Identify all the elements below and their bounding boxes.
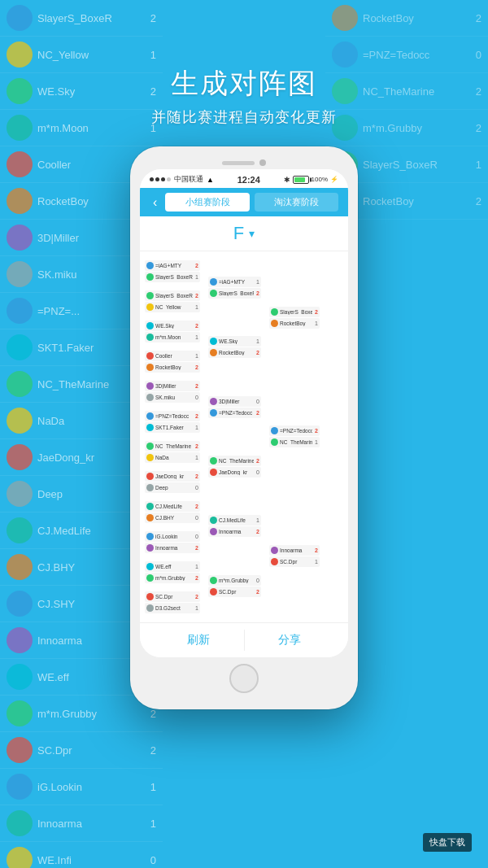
signal-dot-4 bbox=[167, 177, 171, 181]
bracket-player: m*m.Moon1 bbox=[145, 332, 200, 342]
bracket-player: m*m.Grubby0 bbox=[208, 575, 261, 586]
phone-top bbox=[140, 156, 348, 169]
promo-subtitle: 并随比赛进程自动变化更新 bbox=[0, 107, 488, 127]
bracket-player: m*m.Grubby2 bbox=[145, 573, 200, 583]
phone-camera bbox=[259, 159, 266, 166]
signal-dot-2 bbox=[155, 177, 159, 181]
tab-group-stage[interactable]: 小组赛阶段 bbox=[165, 193, 249, 212]
phone-mockup: 中国联通 ▲ 12:24 ✱ 100% ⚡ ‹ 小组赛阶段 淘汰赛阶段 bbox=[130, 146, 358, 709]
bracket-player: =PNZ=Tedocc2 bbox=[145, 411, 200, 421]
bg-player-item: iG.Lookin 1 bbox=[0, 769, 163, 805]
bluetooth-icon: ✱ bbox=[284, 176, 290, 184]
bracket-player: NaDa1 bbox=[145, 452, 200, 463]
bracket-player: =PNZ=Tedocc2 bbox=[208, 408, 261, 418]
bracket-match: m*m.Grubby0SC.Dpr2 bbox=[208, 575, 261, 597]
bracket-match: Cooller1RocketBoy2 bbox=[145, 350, 200, 373]
home-button[interactable] bbox=[229, 664, 259, 693]
carrier-label: 中国联通 bbox=[174, 174, 203, 185]
bracket-player: SlayerS_BoxeR2 bbox=[269, 307, 320, 317]
group-letter: F bbox=[233, 223, 244, 244]
bracket-player: WE.Sky1 bbox=[208, 336, 261, 347]
bracket-player: CJ.MedLife2 bbox=[145, 501, 200, 512]
bracket-player: CJ.BHY0 bbox=[145, 513, 200, 523]
bracket-player: CJ.MedLife1 bbox=[208, 515, 261, 526]
bracket-match: SlayerS_BoxeR2RocketBoy1 bbox=[269, 307, 320, 329]
group-header: F ▾ bbox=[140, 216, 348, 251]
phone-speaker bbox=[222, 161, 255, 165]
bracket-player: NC_TheMarine2 bbox=[145, 441, 200, 451]
signal-dot-3 bbox=[161, 177, 165, 181]
bracket-player: NC_TheMarine2 bbox=[208, 456, 261, 466]
bracket-match: =iAG+MTY1SlayerS_BoxeR2 bbox=[208, 277, 261, 299]
bracket-player: D3.G2sect1 bbox=[145, 603, 200, 613]
bracket-player: NC_TheMarine1 bbox=[269, 437, 320, 447]
bracket-player: SC.Dpr1 bbox=[269, 556, 320, 567]
bracket-match: =PNZ=Tedocc2SKT1.Faker1 bbox=[145, 410, 200, 434]
bracket-match: =iAG+MTY2SlayerS_BoxeR1 bbox=[145, 260, 200, 283]
bracket-player: 3D|Miller2 bbox=[145, 381, 200, 391]
bracket-content: =iAG+MTY2SlayerS_BoxeR1SlayerS_BoxeR2NC_… bbox=[140, 251, 348, 622]
bracket-match: NC_TheMarine2JaeDong_kr0 bbox=[208, 456, 261, 478]
bracket-match: NC_TheMarine2NaDa1 bbox=[145, 440, 200, 464]
bracket-player: JaeDong_kr2 bbox=[145, 471, 200, 482]
bracket-match: CJ.MedLife1Innoarma2 bbox=[208, 515, 261, 537]
bracket-player: Cooller1 bbox=[145, 351, 200, 361]
bracket-player: SK.miku0 bbox=[145, 392, 200, 403]
bracket-col-1: =iAG+MTY2SlayerS_BoxeR1SlayerS_BoxeR2NC_… bbox=[145, 258, 200, 616]
bracket-player: WE.eff1 bbox=[145, 561, 200, 572]
bracket-match: CJ.MedLife2CJ.BHY0 bbox=[145, 500, 200, 524]
bracket-col-2: =iAG+MTY1SlayerS_BoxeR2WE.Sky1RocketBoy2… bbox=[208, 258, 261, 616]
share-button[interactable]: 分享 bbox=[245, 630, 336, 651]
bracket-match: WE.Sky1RocketBoy2 bbox=[208, 336, 261, 358]
promo-title: 生成对阵图 bbox=[0, 65, 488, 103]
bracket-player: =iAG+MTY1 bbox=[208, 277, 261, 287]
status-time: 12:24 bbox=[237, 175, 260, 185]
signal-indicator: 中国联通 ▲ bbox=[150, 174, 214, 185]
watermark: 快盘下载 bbox=[423, 833, 472, 852]
bracket-player: SKT1.Faker1 bbox=[145, 422, 200, 433]
bracket-player: 3D|Miller0 bbox=[208, 396, 261, 407]
bracket-match: SlayerS_BoxeR2NC_Yellow1 bbox=[145, 290, 200, 313]
bracket-player: RocketBoy1 bbox=[269, 318, 320, 329]
bracket-match: =PNZ=Tedocc2NC_TheMarine1 bbox=[269, 425, 320, 447]
bracket-match: JaeDong_kr2Deep0 bbox=[145, 470, 200, 494]
back-button[interactable]: ‹ bbox=[150, 194, 160, 212]
bracket-player: NC_Yellow1 bbox=[145, 302, 200, 312]
bracket-player: Innoarma2 bbox=[208, 526, 261, 537]
bracket-player: RocketBoy2 bbox=[145, 362, 200, 373]
phone-screen: 中国联通 ▲ 12:24 ✱ 100% ⚡ ‹ 小组赛阶段 淘汰赛阶段 bbox=[140, 169, 348, 657]
bg-player-item-right: RocketBoy 2 bbox=[325, 0, 488, 37]
bracket-col-3: SlayerS_BoxeR2RocketBoy1=PNZ=Tedocc2NC_T… bbox=[269, 258, 320, 616]
bracket-player: =PNZ=Tedocc2 bbox=[269, 425, 320, 436]
battery-indicator bbox=[293, 176, 309, 184]
bg-player-item: SlayerS_BoxeR 2 bbox=[0, 0, 163, 37]
bracket-player: RocketBoy2 bbox=[208, 347, 261, 358]
tab-knockout-stage[interactable]: 淘汰赛阶段 bbox=[255, 193, 338, 212]
bracket-player: JaeDong_kr0 bbox=[208, 467, 261, 478]
bracket-match: WE.Sky2m*m.Moon1 bbox=[145, 320, 200, 343]
refresh-button[interactable]: 刷新 bbox=[153, 630, 244, 651]
signal-dot-1 bbox=[150, 177, 154, 181]
bracket-player: SlayerS_BoxeR2 bbox=[145, 290, 200, 301]
group-dropdown-arrow[interactable]: ▾ bbox=[249, 227, 255, 240]
phone-home-area bbox=[140, 657, 348, 700]
bracket-player: Innoarma2 bbox=[269, 545, 320, 556]
battery-fill bbox=[294, 177, 306, 182]
bracket-player: SC.Dpr2 bbox=[145, 591, 200, 602]
bg-player-item: SC.Dpr 2 bbox=[0, 732, 163, 769]
bracket-player: SC.Dpr2 bbox=[208, 587, 261, 597]
bracket-player: iG.Lookin0 bbox=[145, 531, 200, 542]
phone-nav: ‹ 小组赛阶段 淘汰赛阶段 bbox=[140, 188, 348, 216]
bracket-player: SlayerS_BoxeR2 bbox=[208, 288, 261, 299]
bracket-match: SC.Dpr2D3.G2sect1 bbox=[145, 591, 200, 614]
phone-bottom-bar: 刷新 分享 bbox=[140, 622, 348, 657]
bracket-match: 3D|Miller0=PNZ=Tedocc2 bbox=[208, 396, 261, 418]
bracket-match: iG.Lookin0Innoarma2 bbox=[145, 530, 200, 554]
bracket-match: WE.eff1m*m.Grubby2 bbox=[145, 560, 200, 584]
bracket-player: Deep0 bbox=[145, 482, 200, 493]
bracket-player: Innoarma2 bbox=[145, 543, 200, 553]
bg-player-item: Innoarma 1 bbox=[0, 805, 163, 842]
status-right: ✱ 100% ⚡ bbox=[284, 176, 338, 184]
bracket-player: =iAG+MTY2 bbox=[145, 260, 200, 271]
bracket-match: Innoarma2SC.Dpr1 bbox=[269, 545, 320, 567]
